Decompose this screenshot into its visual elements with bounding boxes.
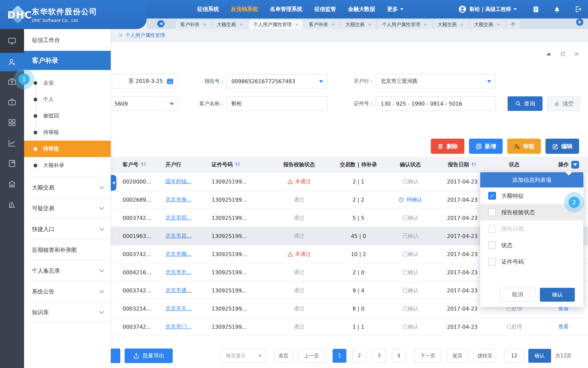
tab-9[interactable]: 个 (506, 20, 520, 29)
tab-7[interactable]: 大额交易× (433, 20, 468, 29)
dropdown-cancel-button[interactable]: 取消 (500, 288, 535, 302)
column-header-3[interactable]: 证件号码 (208, 161, 267, 168)
delete-button[interactable]: 删除 (431, 139, 464, 154)
tab-2[interactable]: 大额交易× (212, 20, 248, 29)
tab-6[interactable]: 个人用户属性管理× (377, 20, 432, 29)
bank-link[interactable]: 北京市门... (165, 323, 191, 330)
sidebar-section-5[interactable]: 个人备忘录 (24, 260, 111, 281)
id-no-input[interactable]: 130 - 925 - 1990 - 0814 - 5016 (376, 96, 496, 111)
sidebar-section-1[interactable]: 大额交易 (24, 177, 111, 198)
tab-close-icon[interactable]: × (295, 22, 299, 27)
jump-to-label[interactable]: 跳转至 (474, 349, 496, 363)
audit-button[interactable]: 审核 (507, 139, 541, 154)
page-button-4[interactable]: 4 (392, 349, 406, 363)
rail-item-grid-icon[interactable] (0, 112, 24, 133)
bank-link[interactable]: 国丰村镇... (165, 178, 191, 185)
sort-icon[interactable] (471, 162, 477, 168)
topnav-item-3[interactable]: 名单管理系统 (270, 6, 303, 13)
topnav-item-5[interactable]: 金融大数据 (348, 6, 375, 13)
sidebar-item-workbench[interactable]: 征信工作台 (24, 29, 111, 51)
checkbox-icon[interactable] (488, 241, 496, 249)
user-name[interactable]: 靳松 | 高级工程师 (470, 6, 511, 13)
bank-link[interactable]: 北京市通... (165, 287, 191, 294)
bank-link[interactable]: 北京市顺... (165, 251, 191, 258)
checkbox-icon[interactable] (488, 208, 496, 216)
logout-icon[interactable] (574, 5, 582, 13)
sidebar-item-customer-supplement[interactable]: 客户补录 (24, 51, 111, 70)
column-option-4[interactable]: 状态 (480, 237, 583, 253)
page-button-2[interactable]: 2 (352, 349, 366, 363)
sidebar-section-4[interactable]: 近期核查和补录图 (24, 240, 111, 260)
sidebar-section-7[interactable]: 知识库 (24, 302, 111, 323)
tab-close-icon[interactable]: × (331, 22, 335, 27)
tab-5[interactable]: 大额交易× (341, 20, 376, 29)
sidebar-section-2[interactable]: 可疑交易 (24, 198, 111, 219)
topnav-item-1[interactable]: 征信系统 (197, 6, 219, 13)
user-menu-caret-icon[interactable] (514, 8, 517, 10)
bank-link[interactable]: 北京市天... (165, 305, 191, 312)
tab-close-icon[interactable]: × (203, 22, 207, 27)
column-header-1[interactable]: 客户号 (119, 161, 162, 168)
add-button[interactable]: 新增 (469, 139, 503, 154)
page-button-3[interactable]: 3 (372, 349, 386, 363)
topnav-item-2[interactable]: 反洗钱系统 (231, 6, 258, 13)
tabs-scroll-left-icon[interactable] (157, 20, 164, 27)
last-page-button[interactable]: 尾页 (447, 349, 468, 363)
sidebar-sub-item-3[interactable]: 被驳回 (24, 108, 111, 124)
bank-link[interactable]: 北京市四... (165, 215, 191, 221)
search-button[interactable]: 查询 (508, 96, 543, 111)
sidebar-section-6[interactable]: 系统公告 (24, 281, 111, 302)
report-no-select[interactable]: 0098652616772567483 (226, 74, 328, 88)
bank-link[interactable]: 北京市海... (165, 196, 191, 203)
jump-confirm-button[interactable]: 确认 (528, 349, 551, 363)
topnav-more[interactable]: 更多 (387, 6, 403, 13)
next-page-button[interactable]: 下一页 (415, 349, 441, 363)
tab-1[interactable]: 客户补录× (176, 20, 211, 29)
tab-4[interactable]: 客户补录× (304, 20, 340, 29)
page-size-select[interactable]: 每页显示 (221, 349, 266, 363)
customer-name-input[interactable]: 靳松 (226, 96, 328, 111)
user-avatar-icon[interactable] (458, 5, 466, 13)
bank-link[interactable]: 北京市丰... (165, 269, 191, 276)
column-option-3[interactable]: 报告日期 (480, 220, 583, 237)
edit-button[interactable]: 编辑 (545, 139, 579, 154)
tabs-scroll-right-icon[interactable] (576, 18, 583, 26)
topnav-item-4[interactable]: 征信监管 (314, 6, 336, 13)
sort-icon[interactable] (141, 162, 146, 168)
panel-close-icon[interactable] (573, 51, 579, 57)
first-page-button[interactable]: 首页 (274, 349, 293, 363)
bank-link[interactable]: 北京市昌... (165, 233, 191, 240)
clipboard-icon[interactable] (532, 5, 540, 13)
rail-item-user-search-icon[interactable] (0, 53, 24, 71)
sidebar-sub-item-6[interactable]: 大额补录 (24, 157, 111, 174)
sidebar-collapse-handle[interactable] (111, 175, 116, 191)
tab-8[interactable]: 大额交易× (469, 20, 505, 29)
jump-page-input[interactable]: 12 (504, 349, 524, 363)
tab-close-icon[interactable]: × (424, 22, 427, 27)
column-settings-button[interactable] (571, 161, 579, 169)
rail-item-book-icon[interactable] (0, 153, 24, 174)
column-header-7[interactable]: 报告日期 (435, 161, 489, 168)
prev-page-button[interactable]: 上一页 (298, 349, 325, 363)
rail-item-home-icon[interactable] (0, 174, 24, 194)
notifications-bell-icon[interactable] (553, 5, 561, 13)
sort-icon[interactable] (235, 162, 240, 168)
panel-collapse-icon[interactable] (546, 51, 552, 57)
dropdown-confirm-button[interactable]: 确认 (540, 288, 575, 302)
clear-button[interactable]: 清空 (547, 96, 580, 111)
sidebar-sub-item-2[interactable]: 个人 (24, 91, 111, 108)
checkbox-icon[interactable] (488, 258, 496, 266)
table-row-9[interactable]: 0003742...北京市门...130925199...通过1 | 1已确认2… (111, 318, 588, 336)
tab-close-icon[interactable]: × (368, 22, 372, 27)
sidebar-sub-item-4[interactable]: 待审核 (24, 124, 111, 141)
sidebar-sub-item-1[interactable]: 企业 (24, 75, 111, 91)
sidebar-section-3[interactable]: 快捷入口 (24, 219, 111, 240)
panel-refresh-icon[interactable] (560, 51, 566, 57)
tab-3[interactable]: 个人用户属性管理× (249, 20, 303, 29)
checkbox-icon[interactable] (488, 225, 496, 233)
sidebar-sub-item-5[interactable]: 待审批 (24, 141, 111, 157)
checkbox-icon[interactable]: ✓ (488, 192, 496, 200)
bank-select[interactable]: 北京市三里河路 (376, 74, 496, 88)
tab-close-icon[interactable]: × (239, 22, 243, 27)
rail-item-monitor-icon[interactable] (0, 29, 24, 53)
